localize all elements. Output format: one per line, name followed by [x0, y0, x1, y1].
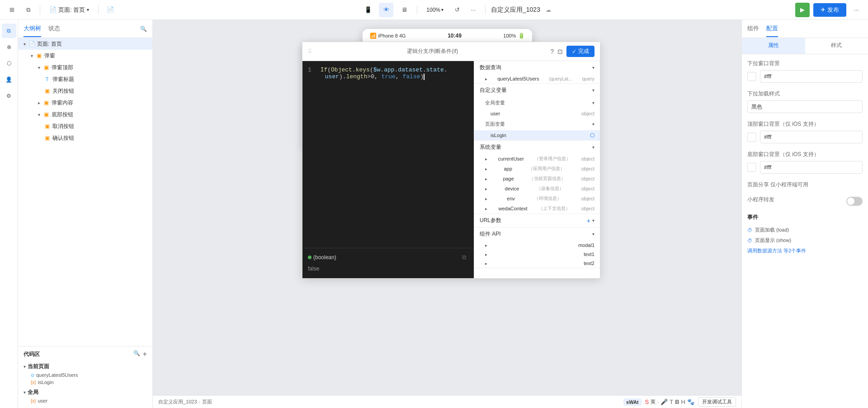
tree-item-page[interactable]: ▾ 📄 页面: 首页 🔍: [18, 38, 152, 50]
code-length: length: [346, 73, 368, 80]
var-item-env[interactable]: ▸ env （环境信息） object: [474, 194, 600, 204]
condition-done-button[interactable]: ✓ 完成: [566, 46, 594, 57]
code-item-query[interactable]: ⊙ queryLatest5Users: [24, 371, 147, 379]
code-item-islogin[interactable]: {x} isLogin: [24, 379, 147, 386]
code-item-user[interactable]: {x} user: [24, 397, 147, 404]
event-item-load[interactable]: ⏱ 页面加载 (load): [747, 225, 863, 235]
tab-component[interactable]: 组件: [747, 21, 759, 37]
sidebar-layers-button[interactable]: ⧉: [2, 24, 16, 38]
tree-search-action[interactable]: 🔍: [142, 40, 149, 47]
component-api-header[interactable]: 组件 API ▾: [474, 228, 600, 241]
tree-item-cancel[interactable]: ▣ 取消按钮 ⋮ ⚡: [18, 120, 152, 132]
dots-action3[interactable]: ⋮: [133, 87, 141, 95]
query-item-latest[interactable]: ▸ queryLatest5Users (queryLat... query: [474, 74, 600, 83]
page-selector[interactable]: 📄 页面: 首页 ▾: [46, 4, 93, 16]
custom-vars-header[interactable]: 自定义变量 ▾: [474, 84, 600, 97]
top-window-input[interactable]: [760, 131, 863, 143]
run-button[interactable]: ▶: [795, 3, 810, 17]
var-item-device[interactable]: ▸ device （设备信息） object: [474, 184, 600, 194]
bolt-action4[interactable]: ⚡: [142, 134, 149, 142]
grid-view-button[interactable]: ⊞: [5, 4, 18, 16]
section-url-params: URL参数 + ▾: [474, 214, 600, 228]
breadcrumb-page[interactable]: 页面: [202, 399, 212, 405]
bolt-action[interactable]: ⚡: [142, 76, 149, 83]
var-sub-app: （应用用户信息）: [528, 166, 565, 172]
tab-outline[interactable]: 大纲树: [24, 21, 41, 37]
result-dot: [308, 256, 311, 259]
system-vars-header[interactable]: 系统变量 ▾: [474, 141, 600, 154]
subtab-style[interactable]: 样式: [805, 38, 868, 54]
code-add-button[interactable]: +: [143, 350, 147, 358]
breadcrumb-app[interactable]: 自定义应用_1023: [158, 399, 197, 405]
more-options-button[interactable]: ···: [850, 4, 863, 16]
code-false: false: [403, 73, 420, 80]
sidebar-user-button[interactable]: 👤: [2, 72, 16, 87]
code-search-button[interactable]: 🔍: [133, 350, 140, 358]
var-item-modal1[interactable]: ▸ modal1: [474, 241, 600, 250]
url-plus-icon[interactable]: +: [587, 217, 590, 224]
event-item-show[interactable]: ⏱ 页面显示 (show): [747, 235, 863, 246]
tree-dots-action[interactable]: ⋮: [142, 52, 149, 59]
dots-action4[interactable]: ⋮: [133, 123, 141, 130]
dev-tools-button[interactable]: 开发调试工具: [698, 397, 736, 407]
dots-action2[interactable]: ⋮: [133, 76, 141, 83]
bottom-window-input[interactable]: [760, 161, 863, 174]
global-vars-header[interactable]: 全局变量 ▾: [474, 97, 600, 109]
var-item-page[interactable]: ▸ page （当前页面信息） object: [474, 174, 600, 184]
top-window-swatch[interactable]: [747, 133, 756, 142]
dropdown-bg-input[interactable]: [760, 70, 863, 83]
bottom-window-swatch[interactable]: [747, 163, 756, 172]
tab-config[interactable]: 配置: [766, 21, 778, 37]
bolt-action3[interactable]: ⚡: [142, 123, 149, 130]
publish-button[interactable]: ✈ 发布: [813, 3, 846, 17]
code-section-current-page[interactable]: ▾ 当前页面: [24, 362, 147, 371]
desktop-view-button[interactable]: 🖥: [397, 3, 411, 17]
var-item-islogin[interactable]: isLogin ⬡: [474, 130, 600, 140]
var-item-text1[interactable]: ▸ text1: [474, 250, 600, 259]
tree-item-close-btn[interactable]: ▣ 关闭按钮 ⋮ ⚡: [18, 85, 152, 97]
tree-item-modal-content[interactable]: ▸ ▣ 弹窗内容: [18, 97, 152, 109]
expand-button[interactable]: ⊡: [557, 48, 563, 55]
var-item-weda[interactable]: ▸ wedaContext （上下文信息） object: [474, 204, 600, 213]
container-icon6: ▣: [43, 123, 51, 130]
var-item-currentuser[interactable]: ▸ currentUser （登录用户信息） object: [474, 154, 600, 164]
refresh-button[interactable]: ↺: [451, 4, 463, 16]
var-item-text2[interactable]: ▸ text2: [474, 259, 600, 268]
bottom-bar: 自定义应用_1023 › 页面 sWAt S 英 · 🎤 T B H 🐾 开发调…: [153, 395, 741, 408]
sidebar-plugin-button[interactable]: ⚙: [2, 89, 16, 103]
var-arrow-env: ▸: [485, 196, 487, 201]
miniprogram-toggle[interactable]: [846, 197, 863, 206]
tab-status[interactable]: 状态: [48, 21, 60, 37]
data-query-header[interactable]: 数据查询 ▾: [474, 61, 600, 74]
help-button[interactable]: ?: [550, 48, 554, 55]
url-params-header[interactable]: URL参数 + ▾: [474, 214, 600, 227]
dropdown-bg-swatch[interactable]: [747, 72, 756, 81]
tree-item-modal-top[interactable]: ▾ ▣ 弹窗顶部: [18, 62, 152, 73]
zoom-button[interactable]: 100% ▾: [423, 5, 447, 15]
preview-button[interactable]: 👁: [379, 3, 393, 17]
var-item-app[interactable]: ▸ app （应用用户信息） object: [474, 164, 600, 174]
code-section-global[interactable]: ▾ 全局: [24, 388, 147, 397]
list-view-button[interactable]: ⧉: [22, 4, 34, 16]
page-vars-header[interactable]: 页面变量 ▾: [474, 118, 600, 130]
tree-item-modal[interactable]: ▾ ▣ 弹窗 ⋮: [18, 50, 152, 62]
dropdown-style-select[interactable]: 黑色: [747, 100, 863, 113]
var-name-text1: text1: [584, 251, 594, 257]
tree-item-confirm[interactable]: ▣ 确认按钮 ⚡: [18, 132, 152, 144]
code-editor[interactable]: 1 If(Object.keys($w.app.dataset.state. u…: [302, 61, 474, 248]
new-page-button[interactable]: 📄: [104, 4, 117, 16]
tree-item-bottom-btns[interactable]: ▾ ▣ 底部按钮: [18, 109, 152, 120]
section-label2: 全局: [28, 389, 38, 396]
var-name-device: device: [505, 186, 519, 191]
more-button[interactable]: ···: [467, 4, 480, 16]
sidebar-component-button[interactable]: ⬡: [2, 56, 16, 71]
bolt-action2[interactable]: ⚡: [142, 87, 149, 95]
copy-result-button[interactable]: ⧉: [459, 253, 468, 262]
var-arrow-cu: ▸: [485, 157, 487, 161]
phone-view-button[interactable]: 📱: [361, 3, 375, 17]
search-outline-button[interactable]: 🔍: [140, 26, 147, 32]
subtab-props[interactable]: 属性: [742, 38, 805, 54]
var-item-user[interactable]: user object: [474, 109, 600, 118]
sidebar-data-button[interactable]: ⊗: [2, 40, 16, 54]
tree-item-modal-title[interactable]: T 弹窗标题 ⋮ ⚡: [18, 73, 152, 85]
